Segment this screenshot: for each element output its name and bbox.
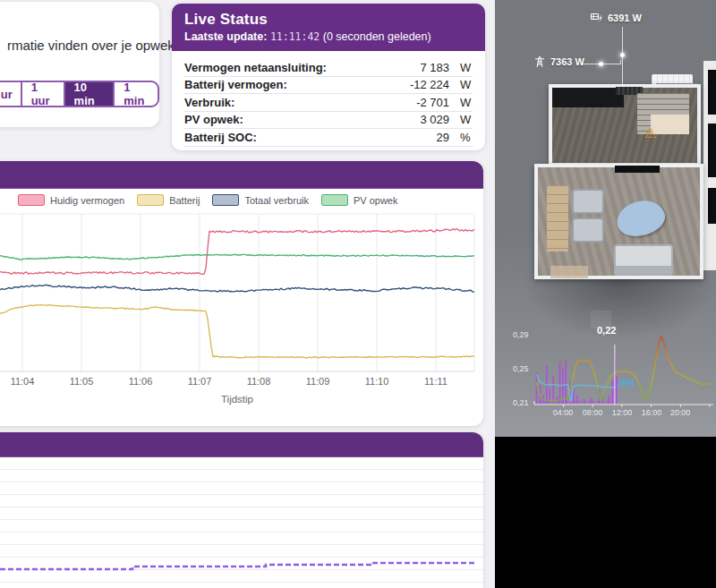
living-room[interactable] <box>534 164 703 279</box>
legend-swatch <box>212 194 239 206</box>
armchair <box>572 189 604 214</box>
x-tick-label: 16:00 <box>640 408 663 417</box>
x-tick-label: 11:10 <box>359 376 395 387</box>
bottom-step-chart[interactable] <box>0 456 476 588</box>
row-unit: % <box>449 131 473 144</box>
x-tick-label: 04:00 <box>551 408 575 417</box>
last-update-ago: (0 seconden geleden) <box>323 30 431 43</box>
table-row: Vermogen netaansluiting: 7 183 W <box>184 59 473 77</box>
x-tick-label: 11:07 <box>182 376 217 387</box>
last-update-time: 11:11:42 <box>270 30 320 43</box>
house-3d-scene[interactable]: 6391 W 7363 W <box>495 0 716 437</box>
legend-label: PV opwek <box>354 195 398 206</box>
kitchen-counter <box>552 88 624 107</box>
x-tick-label: 12:00 <box>610 408 634 417</box>
coffee-table <box>613 195 669 241</box>
x-tick-label: 11:05 <box>64 376 99 387</box>
upper-room[interactable]: ⚠ <box>549 84 701 166</box>
x-tick-label: 11:09 <box>300 376 336 387</box>
legend-label: Huidig vermogen <box>50 195 124 206</box>
connector-dot <box>599 62 603 66</box>
live-status-card: Live Status Laatste update: 11:11:42 (0 … <box>172 4 485 150</box>
row-unit: W <box>449 78 473 91</box>
solar-bolt-icon <box>591 13 603 23</box>
cabinet <box>547 185 568 251</box>
legend-item-totaal-verbruik[interactable]: Totaal verbruik <box>212 194 309 206</box>
table-row: Batterij vermogen: -12 224 W <box>184 77 473 95</box>
grid-power-label[interactable]: 7363 W <box>533 55 584 68</box>
row-value: 29 <box>378 131 449 144</box>
legend-swatch <box>321 194 348 206</box>
x-tick-label: 11:08 <box>241 376 277 387</box>
table-row: Verbruik: -2 701 W <box>184 94 473 112</box>
live-status-header: Live Status Laatste update: 11:11:42 (0 … <box>172 4 485 51</box>
row-value: 7 183 <box>378 61 449 74</box>
wardrobe <box>708 124 716 177</box>
chart-legend: Huidig vermogen Batterij Totaal verbruik… <box>18 194 410 206</box>
wardrobe <box>708 70 716 115</box>
row-label: Batterij SOC: <box>184 131 378 144</box>
day-price-soc-chart[interactable] <box>528 327 716 412</box>
power-chart-card: Huidig vermogen Batterij Totaal verbruik… <box>0 161 483 426</box>
x-tick-label: 11:11 <box>418 376 454 387</box>
range-button-10min[interactable]: 10 min <box>65 82 115 106</box>
live-status-table: Vermogen netaansluiting: 7 183 W Batteri… <box>172 51 485 147</box>
row-value: -2 701 <box>378 96 449 109</box>
power-time-series-chart[interactable] <box>0 213 476 372</box>
pv-power-label[interactable]: 6391 W <box>591 13 642 23</box>
range-button-1uur[interactable]: 1 uur <box>22 82 65 106</box>
soc-value-label: 29% <box>618 379 635 388</box>
bottom-chart-header-bar <box>0 432 483 457</box>
y-tick-label: 0,21 <box>513 398 529 407</box>
side-room <box>703 61 716 270</box>
connector-line-elbow <box>620 60 621 64</box>
row-value: 3 029 <box>378 113 449 126</box>
legend-item-huidig-vermogen[interactable]: Huidig vermogen <box>18 194 124 206</box>
house-3d-panel[interactable]: 6391 W 7363 W <box>495 0 716 588</box>
connector-dot <box>620 53 625 57</box>
table-row: PV opwek: 3 029 W <box>184 112 473 130</box>
intro-card: rmatie vinden over je opwek, ur 1 uur 10… <box>0 2 159 127</box>
x-tick-label: 20:00 <box>669 408 692 417</box>
energy-dashboard: rmatie vinden over je opwek, ur 1 uur 10… <box>0 0 716 588</box>
grid-power-value: 7363 W <box>550 56 584 67</box>
tv <box>615 166 660 173</box>
warning-triangle-icon[interactable]: ⚠ <box>644 125 656 141</box>
row-unit: W <box>449 61 473 74</box>
row-label: PV opwek: <box>184 113 378 126</box>
x-tick-label: 11:06 <box>123 376 158 387</box>
row-unit: W <box>449 113 473 126</box>
x-tick-label: 11:04 <box>4 376 40 387</box>
range-button-uur[interactable]: ur <box>0 82 22 106</box>
cursor-value-label: 0,22 <box>597 325 616 336</box>
legend-item-batterij[interactable]: Batterij <box>137 194 200 206</box>
live-status-title: Live Status <box>184 11 473 29</box>
sofa <box>614 244 673 276</box>
row-unit: W <box>449 96 473 109</box>
legend-label: Totaal verbruik <box>244 195 309 206</box>
row-label: Verbruik: <box>184 96 378 109</box>
row-label: Vermogen netaansluiting: <box>184 61 378 74</box>
armchair <box>572 217 604 243</box>
x-tick-label: 08:00 <box>581 408 604 417</box>
pv-power-value: 6391 W <box>608 13 642 23</box>
x-axis-title: Tijdstip <box>192 394 282 405</box>
range-button-1min[interactable]: 1 min <box>115 82 158 106</box>
grid-pylon-icon <box>533 55 546 68</box>
legend-swatch <box>18 194 45 206</box>
row-value: -12 224 <box>378 78 449 91</box>
intro-text: rmatie vinden over je opwek, <box>7 38 186 53</box>
bottom-chart-card <box>0 432 483 588</box>
legend-item-pv-opwek[interactable]: PV opwek <box>321 194 398 206</box>
live-status-subtitle: Laatste update: 11:11:42 (0 seconden gel… <box>184 30 473 43</box>
last-update-label: Laatste update: <box>184 30 267 43</box>
power-chart-header-bar <box>0 161 483 189</box>
wardrobe <box>708 188 716 224</box>
legend-label: Batterij <box>169 195 200 206</box>
rug <box>550 266 588 278</box>
y-tick-label: 0,29 <box>513 330 529 339</box>
legend-swatch <box>137 194 164 206</box>
time-range-button-group: ur 1 uur 10 min 1 min <box>0 81 159 107</box>
row-label: Batterij vermogen: <box>184 78 378 91</box>
y-tick-label: 0,25 <box>513 364 529 373</box>
